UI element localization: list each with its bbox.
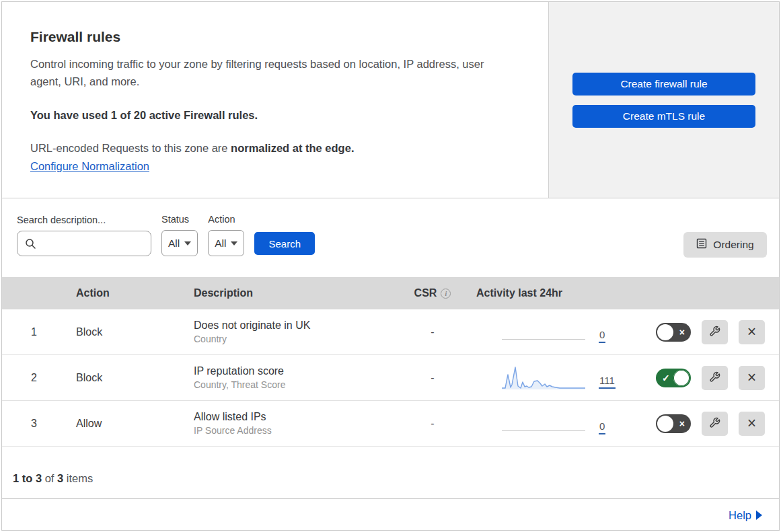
header-cell-csr: CSR i xyxy=(396,287,470,299)
rule-priority: 1 xyxy=(2,326,66,338)
toggle-knob xyxy=(673,370,690,386)
header-cell-activity: Activity last 24hr xyxy=(470,287,638,299)
activity-sparkline-chart xyxy=(502,366,585,390)
toggle-check-icon: ✓ xyxy=(662,373,670,382)
rule-action: Block xyxy=(66,372,184,384)
search-button[interactable]: Search xyxy=(254,232,315,255)
rule-activity-cell: 0 xyxy=(470,320,638,344)
toggle-knob xyxy=(657,324,673,340)
caret-right-icon xyxy=(756,510,762,520)
rule-priority: 2 xyxy=(2,372,66,384)
ordering-button-label: Ordering xyxy=(713,239,753,251)
page-title: Firewall rules xyxy=(30,29,517,45)
normalization-note-bold: normalized at the edge. xyxy=(231,142,354,154)
activity-sparkline-flat xyxy=(502,320,585,344)
ordering-list-icon xyxy=(696,238,707,252)
delete-rule-button[interactable]: × xyxy=(739,412,765,436)
wrench-icon xyxy=(709,324,720,340)
rule-action: Block xyxy=(66,326,184,338)
toggle-x-icon: × xyxy=(679,418,685,428)
page-header-section: Firewall rules Control incoming traffic … xyxy=(2,2,779,198)
rule-title: Does not originate in UK xyxy=(194,319,396,332)
rule-fields: Country xyxy=(194,334,396,344)
ordering-button[interactable]: Ordering xyxy=(683,232,767,258)
action-filter-label: Action xyxy=(208,214,244,225)
of-text: of xyxy=(42,472,57,485)
wrench-icon xyxy=(709,416,720,431)
action-filter-dropdown[interactable]: All xyxy=(208,230,244,256)
help-bar: Help xyxy=(2,499,779,531)
pagination-summary: 1 to 3 of 3 items xyxy=(2,447,779,499)
actions-panel: Create firewall rule Create mTLS rule xyxy=(548,2,779,198)
rule-action: Allow xyxy=(66,418,184,430)
usage-summary: You have used 1 of 20 active Firewall ru… xyxy=(30,109,517,122)
edit-rule-button[interactable] xyxy=(702,320,728,344)
rule-controls: ✓ × × xyxy=(638,366,779,390)
rule-controls: ✓ × × xyxy=(638,412,779,436)
create-firewall-rule-button[interactable]: Create firewall rule xyxy=(572,73,755,96)
action-filter-value: All xyxy=(215,237,226,250)
rule-description-cell: Does not originate in UK Country xyxy=(184,319,396,344)
normalization-note: URL-encoded Requests to this zone are no… xyxy=(30,142,517,155)
filter-bar: Search description... Status All Action xyxy=(2,198,779,277)
chevron-down-icon xyxy=(184,241,191,245)
help-link[interactable]: Help xyxy=(729,509,762,522)
search-input-wrapper xyxy=(17,231,151,256)
info-icon[interactable]: i xyxy=(441,289,451,299)
total-text: 3 xyxy=(57,472,63,484)
table-header: Action Description CSR i Activity last 2… xyxy=(2,277,779,309)
activity-sparkline-flat xyxy=(502,412,585,436)
status-filter-dropdown[interactable]: All xyxy=(161,230,198,256)
toggle-knob xyxy=(657,416,673,432)
wrench-icon xyxy=(709,370,720,385)
activity-count-link[interactable]: 0 xyxy=(599,329,605,343)
rule-csr-value: - xyxy=(396,326,470,338)
activity-count-link[interactable]: 111 xyxy=(599,375,616,389)
rule-enabled-toggle[interactable]: ✓ × xyxy=(656,369,691,387)
firewall-rules-page: Firewall rules Control incoming traffic … xyxy=(1,1,780,531)
rule-csr-value: - xyxy=(396,372,470,384)
rule-title: Allow listed IPs xyxy=(194,411,396,423)
rule-description-cell: IP reputation score Country, Threat Scor… xyxy=(184,365,396,390)
status-filter-label: Status xyxy=(161,214,198,225)
search-icon xyxy=(25,238,36,252)
header-cell-action: Action xyxy=(66,287,184,299)
delete-rule-button[interactable]: × xyxy=(739,320,765,344)
rule-description-cell: Allow listed IPs IP Source Address xyxy=(184,411,396,436)
rule-activity-cell: 111 xyxy=(470,366,638,390)
rule-fields: Country, Threat Score xyxy=(194,379,396,390)
table-row: 3 Allow Allow listed IPs IP Source Addre… xyxy=(2,401,779,447)
normalization-note-text: URL-encoded Requests to this zone are xyxy=(30,142,231,154)
search-input[interactable] xyxy=(42,231,148,256)
page-header-text: Firewall rules Control incoming traffic … xyxy=(2,2,548,198)
rule-title: IP reputation score xyxy=(194,365,396,377)
configure-normalization-link[interactable]: Configure Normalization xyxy=(30,160,149,172)
table-row: 2 Block IP reputation score Country, Thr… xyxy=(2,355,779,401)
table-row: 1 Block Does not originate in UK Country… xyxy=(2,309,779,355)
close-icon: × xyxy=(747,416,756,431)
close-icon: × xyxy=(747,370,756,385)
edit-rule-button[interactable] xyxy=(702,412,728,436)
rule-fields: IP Source Address xyxy=(194,425,396,436)
delete-rule-button[interactable]: × xyxy=(739,366,765,390)
header-cell-description: Description xyxy=(184,287,396,299)
csr-header-label: CSR xyxy=(414,287,437,299)
search-label: Search description... xyxy=(17,215,151,225)
items-text: items xyxy=(63,472,93,485)
range-text: 1 to 3 xyxy=(13,472,42,484)
toggle-x-icon: × xyxy=(679,327,685,336)
create-mtls-rule-button[interactable]: Create mTLS rule xyxy=(572,105,755,128)
rule-csr-value: - xyxy=(396,418,470,430)
rule-enabled-toggle[interactable]: ✓ × xyxy=(656,323,691,342)
rule-activity-cell: 0 xyxy=(470,412,638,436)
status-filter-value: All xyxy=(168,237,180,250)
page-description: Control incoming traffic to your zone by… xyxy=(30,56,517,90)
edit-rule-button[interactable] xyxy=(702,366,728,390)
rule-priority: 3 xyxy=(2,418,66,430)
help-link-label: Help xyxy=(729,509,751,522)
rule-controls: ✓ × × xyxy=(638,320,779,344)
chevron-down-icon xyxy=(231,241,237,245)
close-icon: × xyxy=(747,324,756,340)
activity-count-link[interactable]: 0 xyxy=(599,420,605,434)
rule-enabled-toggle[interactable]: ✓ × xyxy=(656,414,691,433)
